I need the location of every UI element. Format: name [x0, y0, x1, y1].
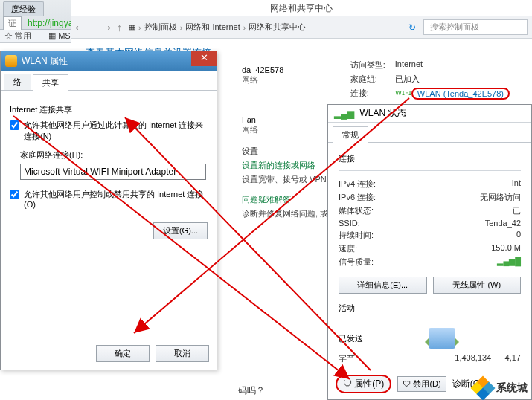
nav-back-icon[interactable]: ⟵: [75, 22, 90, 33]
breadcrumb[interactable]: ▦ › 控制面板› 网络和 Internet› 网络和共享中心: [128, 22, 401, 33]
home-connection-label: 家庭网络连接(H):: [20, 149, 208, 161]
dialog-title: WLAN 属性: [22, 55, 68, 68]
wlan-properties-dialog: WLAN 属性 ✕ 络 共享 Internet 连接共享 允许其他网络用户通过此…: [0, 51, 217, 370]
homegroup-link[interactable]: 已加入: [395, 74, 420, 85]
address-bar[interactable]: http://jingya: [28, 18, 73, 28]
details-button[interactable]: 详细信息(E)...: [339, 277, 427, 294]
disable-button[interactable]: 🛡 禁用(D): [397, 376, 446, 392]
allow-control-checkbox[interactable]: 允许其他网络用户控制或禁用共享的 Internet 连接(O): [10, 189, 208, 209]
bookmarks-label: ☆ 常用: [4, 31, 39, 40]
wireless-properties-button[interactable]: 无线属性 (W): [433, 277, 522, 294]
ics-section-label: Internet 连接共享: [10, 104, 208, 115]
connection-info: 访问类型:Internet 家庭组:已加入 连接:ᴡɪꜰɪ WLAN (Tend…: [350, 59, 510, 103]
tab-sharing[interactable]: 共享: [33, 74, 68, 91]
activity-group: 活动: [339, 303, 521, 314]
nav-up-icon[interactable]: ↑: [117, 22, 122, 33]
status-titlebar[interactable]: ▂▄▆ WLAN 状态: [328, 105, 531, 123]
wlan-status-dialog: ▂▄▆ WLAN 状态 常规 连接 IPv4 连接:Int IPv6 连接:无网…: [327, 104, 532, 400]
refresh-icon[interactable]: ↻: [408, 22, 416, 33]
ok-button[interactable]: 确定: [96, 345, 150, 362]
activity-icon: [429, 328, 455, 349]
home-connection-select[interactable]: Microsoft Virtual WIFI Miniport Adapter: [20, 164, 206, 180]
nsc-title: 网络和共享中心: [71, 0, 532, 16]
signal-icon: ▂▄▆: [334, 109, 354, 119]
browser-tab[interactable]: 度经验: [3, 1, 44, 16]
allow-share-input[interactable]: [10, 120, 19, 130]
settings-button[interactable]: 设置(G)...: [153, 222, 208, 239]
dialog-titlebar[interactable]: WLAN 属性 ✕: [1, 51, 217, 71]
connection-group: 连接: [339, 153, 521, 164]
watermark: 系统城: [472, 378, 528, 399]
properties-button[interactable]: 🛡 属性(P): [336, 375, 391, 393]
close-button[interactable]: ✕: [191, 51, 217, 66]
tab-general[interactable]: 常规: [333, 126, 368, 143]
nsc-toolbar: ⟵ ⟶ ↑ ▦ › 控制面板› 网络和 Internet› 网络和共享中心 ↻ …: [71, 16, 532, 39]
allow-control-input[interactable]: [10, 190, 19, 199]
watermark-logo-icon: [472, 378, 493, 399]
tab-network[interactable]: 络: [4, 74, 31, 90]
shield-icon: [5, 55, 17, 67]
addr-prefix: 证: [3, 16, 22, 30]
allow-share-checkbox[interactable]: 允许其他网络用户通过此计算机的 Internet 连接来连接(N): [10, 120, 208, 142]
cancel-button[interactable]: 取消: [156, 345, 209, 362]
nav-fwd-icon[interactable]: ⟶: [96, 22, 111, 33]
search-input[interactable]: 搜索控制面板: [423, 19, 528, 35]
wlan-connection-link[interactable]: WLAN (Tenda_42E578): [411, 88, 510, 100]
